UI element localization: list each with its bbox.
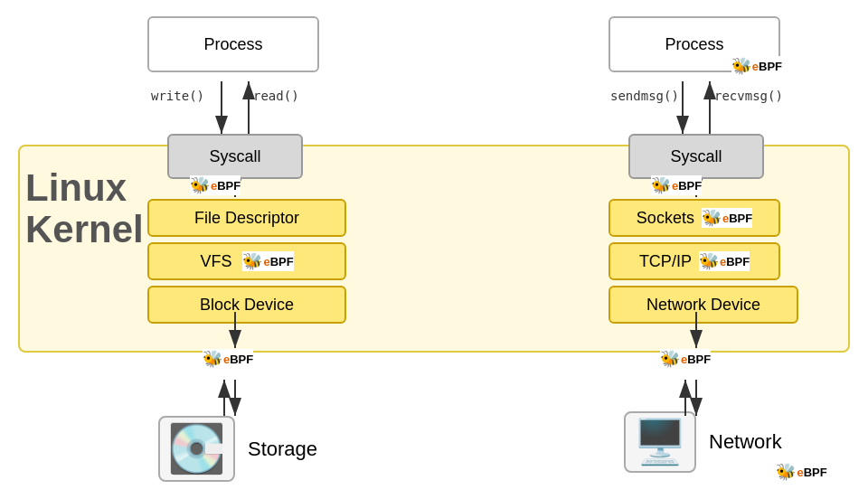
- network-container: 🖥️ Network 🐝 eBPF: [624, 411, 782, 473]
- sendmsg-call-label: sendmsg(): [610, 89, 679, 103]
- network-icon: 🖥️: [624, 411, 696, 473]
- sockets-label: Sockets: [637, 209, 694, 228]
- file-descriptor-label: File Descriptor: [194, 209, 299, 228]
- network-device-label: Network Device: [646, 296, 760, 315]
- storage-icon: 💽: [158, 416, 235, 482]
- network-bottom-ebpf: 🐝 eBPF: [776, 462, 826, 482]
- right-process-box: Process 🐝 eBPF: [609, 16, 780, 72]
- write-call-label: write(): [151, 89, 204, 103]
- block-device-box: Block Device: [147, 286, 346, 324]
- left-process-label: Process: [203, 35, 262, 54]
- storage-container: 💽 Storage: [158, 416, 317, 482]
- kernel-label: LinuxKernel: [25, 167, 144, 250]
- left-process-box: Process: [147, 16, 319, 72]
- tcp-ip-label: TCP/IP: [639, 252, 692, 271]
- vfs-box: VFS 🐝 eBPF: [147, 242, 346, 280]
- right-syscall-label: Syscall: [670, 147, 722, 166]
- vfs-ebpf: 🐝 eBPF: [242, 251, 293, 271]
- left-syscall-ebpf: 🐝 eBPF: [190, 175, 241, 195]
- right-syscall-ebpf: 🐝 eBPF: [651, 175, 702, 195]
- right-syscall-box: Syscall: [628, 134, 764, 179]
- tcp-ip-ebpf: 🐝 eBPF: [699, 251, 750, 271]
- sockets-ebpf: 🐝 eBPF: [702, 208, 752, 228]
- tcp-ip-box: TCP/IP 🐝 eBPF: [609, 242, 780, 280]
- block-device-label: Block Device: [200, 296, 294, 315]
- file-descriptor-box: File Descriptor: [147, 199, 346, 237]
- vfs-label: VFS: [200, 252, 231, 271]
- right-process-label: Process: [665, 35, 723, 54]
- right-network-ebpf: 🐝 eBPF: [660, 349, 711, 369]
- read-call-label: read(): [253, 89, 299, 103]
- left-syscall-box: Syscall: [167, 134, 303, 179]
- network-label: Network: [709, 430, 782, 454]
- network-device-box: Network Device: [609, 286, 798, 324]
- diagram: LinuxKernel: [0, 0, 868, 499]
- right-process-ebpf: 🐝 eBPF: [731, 56, 782, 76]
- storage-label: Storage: [248, 438, 317, 461]
- sockets-box: Sockets 🐝 eBPF: [609, 199, 780, 237]
- recvmsg-call-label: recvmsg(): [714, 89, 783, 103]
- left-storage-ebpf: 🐝 eBPF: [203, 349, 253, 369]
- left-syscall-label: Syscall: [209, 147, 260, 166]
